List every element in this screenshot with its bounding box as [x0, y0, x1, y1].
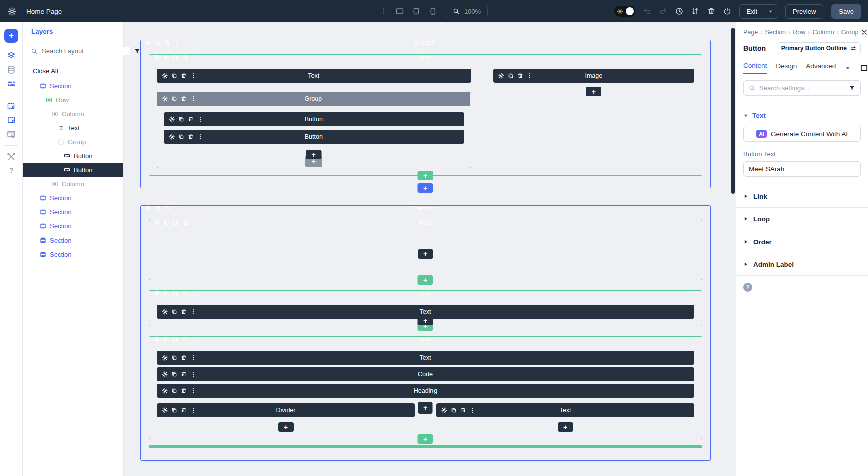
rail-item-layers[interactable]	[6, 51, 16, 61]
trash-icon[interactable]	[182, 54, 188, 60]
add-module-button[interactable]: +	[418, 249, 433, 259]
duplicate-icon[interactable]	[171, 371, 177, 377]
sort-arrows-icon[interactable]	[691, 7, 699, 15]
trash-icon[interactable]	[182, 290, 188, 296]
kebab-icon[interactable]	[190, 388, 196, 394]
breadcrumb-row[interactable]: Row	[793, 29, 805, 36]
rail-item-database[interactable]	[6, 65, 16, 75]
text-section-header[interactable]: Text	[743, 112, 861, 119]
trash-icon[interactable]	[517, 73, 523, 79]
settings-search-input[interactable]	[759, 84, 845, 92]
gear-icon[interactable]	[169, 116, 175, 122]
button-text-input[interactable]	[743, 161, 861, 177]
row-bar[interactable]: Row	[149, 336, 701, 342]
breadcrumb-section[interactable]: Section	[765, 29, 786, 36]
columns-icon[interactable]	[173, 54, 179, 60]
duplicate-icon[interactable]	[171, 73, 177, 79]
add-module-button[interactable]: +	[306, 150, 321, 159]
exit-button[interactable]: Exit	[740, 5, 764, 18]
layer-item-column[interactable]: Column	[23, 177, 123, 191]
module-bar-text[interactable]: Text	[157, 69, 471, 83]
desktop-view-icon[interactable]	[396, 7, 404, 15]
close-all-button[interactable]: Close All	[23, 64, 123, 79]
kebab-icon[interactable]	[470, 407, 476, 413]
kebab-icon[interactable]	[190, 371, 196, 377]
tab-content[interactable]: Content	[743, 62, 767, 74]
trash-icon[interactable]	[181, 309, 187, 315]
add-module-button[interactable]: +	[418, 316, 433, 325]
gear-icon[interactable]	[162, 96, 168, 102]
tablet-view-icon[interactable]	[412, 7, 420, 15]
gear-icon[interactable]	[162, 388, 168, 394]
module-bar-text[interactable]: Text	[157, 351, 694, 365]
duplicate-icon[interactable]	[508, 73, 514, 79]
kebab-icon[interactable]	[174, 205, 180, 211]
kebab-icon[interactable]	[192, 220, 198, 226]
section-link[interactable]: Link	[736, 185, 868, 208]
phone-view-icon[interactable]	[429, 7, 437, 15]
tab-advanced[interactable]: Advanced	[806, 62, 836, 74]
gear-icon[interactable]	[154, 290, 160, 296]
kebab-icon[interactable]	[190, 309, 196, 315]
help-button[interactable]: ?	[743, 283, 752, 292]
section-loop[interactable]: Loop	[736, 208, 868, 230]
duplicate-icon[interactable]	[178, 116, 184, 122]
kebab-icon[interactable]	[192, 336, 198, 342]
duplicate-icon[interactable]	[163, 54, 169, 60]
exit-caret[interactable]	[764, 5, 777, 18]
generate-ai-button[interactable]: AI Generate Content With AI	[743, 126, 861, 142]
layer-item-section[interactable]: Section	[23, 219, 123, 233]
duplicate-icon[interactable]	[163, 336, 169, 342]
kebab-icon[interactable]	[527, 73, 533, 79]
layer-item-button[interactable]: Button	[23, 163, 123, 177]
duplicate-icon[interactable]	[171, 355, 177, 361]
add-module-button[interactable]: +	[418, 402, 433, 414]
undo-icon[interactable]	[643, 7, 651, 15]
kebab-icon[interactable]	[190, 73, 196, 79]
filter-icon[interactable]	[849, 85, 855, 91]
section-bar[interactable]: Section	[140, 205, 710, 211]
gear-icon[interactable]	[154, 220, 160, 226]
kebab-icon[interactable]	[197, 134, 203, 140]
layer-item-section[interactable]: Section	[23, 247, 123, 261]
layer-item-section[interactable]: Section	[23, 233, 123, 247]
module-bar-divider[interactable]: Divider	[157, 403, 415, 417]
add-module-button[interactable]: +	[586, 87, 601, 96]
gear-icon[interactable]	[162, 355, 168, 361]
breadcrumb-page[interactable]: Page	[743, 29, 758, 36]
zoom-control[interactable]: 100%	[446, 5, 488, 18]
group-bar[interactable]: Group	[157, 92, 470, 106]
save-button[interactable]: Save	[831, 4, 861, 19]
add-section-button[interactable]: +	[418, 183, 433, 193]
theme-toggle[interactable]	[614, 6, 635, 17]
trash-icon[interactable]	[181, 96, 187, 102]
duplicate-icon[interactable]	[171, 96, 177, 102]
trash-icon[interactable]	[181, 355, 187, 361]
filter-icon[interactable]	[134, 48, 141, 55]
gear-icon[interactable]	[8, 7, 16, 16]
tabs-caret-down-icon[interactable]	[845, 65, 851, 71]
layer-item-button[interactable]: Button	[23, 149, 123, 163]
gear-icon[interactable]	[162, 73, 168, 79]
columns-icon[interactable]	[173, 336, 179, 342]
kebab-icon[interactable]	[190, 96, 196, 102]
duplicate-icon[interactable]	[451, 407, 457, 413]
gear-icon[interactable]	[441, 407, 447, 413]
gear-icon[interactable]	[162, 371, 168, 377]
breadcrumb-column[interactable]: Column	[812, 29, 834, 36]
row-bar[interactable]: Row	[149, 54, 701, 60]
row-bar[interactable]: Row	[149, 220, 701, 226]
trash-icon[interactable]	[181, 407, 187, 413]
rail-item-tools[interactable]	[6, 152, 16, 162]
duplicate-icon[interactable]	[163, 220, 169, 226]
breadcrumb-group[interactable]: Group	[841, 29, 859, 36]
close-icon[interactable]	[861, 29, 868, 36]
gear-icon[interactable]	[145, 40, 151, 46]
module-bar-text[interactable]: Text	[436, 403, 694, 417]
trash-icon[interactable]	[181, 371, 187, 377]
duplicate-icon[interactable]	[155, 40, 161, 46]
duplicate-icon[interactable]	[155, 205, 161, 211]
layer-item-section[interactable]: Section	[23, 205, 123, 219]
module-bar-heading[interactable]: Heading	[157, 384, 694, 398]
section-bar[interactable]: Section	[140, 40, 710, 46]
